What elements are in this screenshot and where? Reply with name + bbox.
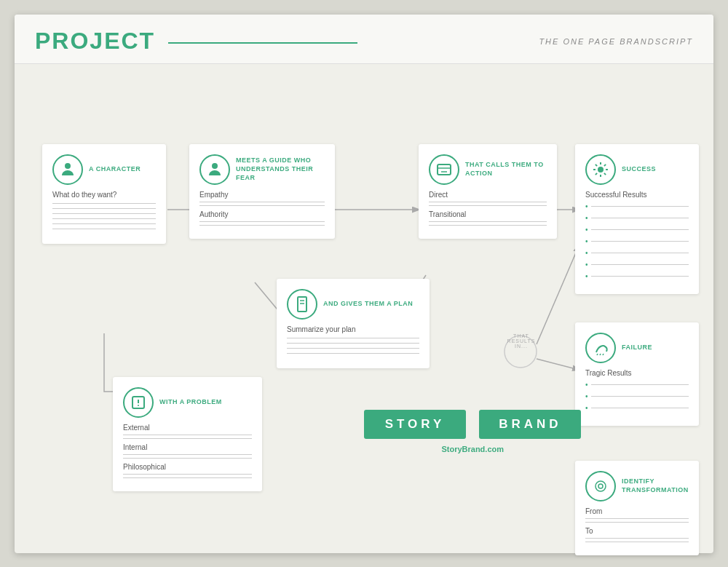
card-plan-header: AND GIVES THEM A PLAN — [287, 289, 419, 320]
plan-book-icon — [293, 296, 311, 313]
failure-bullet-list — [585, 381, 689, 412]
card-success: SUCCESS Successful Results — [575, 144, 699, 294]
rain-icon — [592, 339, 609, 357]
guide-line-4 — [199, 225, 325, 226]
svg-line-11 — [596, 164, 597, 166]
character-field: What do they want? — [52, 191, 156, 199]
character-line-2 — [52, 208, 156, 209]
problem-line-2 — [123, 438, 252, 439]
failure-bullet-3 — [585, 404, 689, 412]
card-cta: THAT CALLS THEM TO ACTION Direct Transit… — [419, 144, 557, 239]
success-bullet-3 — [585, 226, 689, 234]
guide-line-2 — [199, 205, 325, 206]
character-line-5 — [52, 223, 156, 224]
cta-line-2 — [429, 205, 547, 206]
card-plan: AND GIVES THEM A PLAN Summarize your pla… — [277, 279, 430, 368]
card-guide-header: MEETS A GUIDE WHO UNDERSTANDS THEIR FEAR — [199, 154, 325, 185]
card-problem: WITH A PROBLEM External Internal Philoso… — [113, 377, 262, 491]
results-in-label: THATRESULTS IN... — [503, 333, 539, 349]
header-line — [168, 42, 357, 44]
problem-philosophical-label: Philosophical — [123, 463, 252, 471]
failure-icon-circle — [585, 333, 616, 363]
plan-line-1 — [287, 338, 419, 338]
cta-transitional-label: Transitional — [429, 210, 547, 218]
plan-lines — [287, 338, 419, 354]
svg-rect-3 — [438, 164, 451, 175]
failure-bullet-2 — [585, 392, 689, 400]
plan-label: AND GIVES THEM A PLAN — [323, 300, 413, 309]
svg-point-20 — [138, 405, 139, 406]
success-bullet-7 — [585, 272, 689, 280]
svg-line-22 — [600, 354, 601, 355]
problem-external-label: External — [123, 424, 252, 432]
success-bullet-6 — [585, 261, 689, 269]
exclamation-icon — [130, 394, 147, 411]
plan-line-3 — [287, 348, 419, 349]
problem-line-4 — [123, 458, 252, 459]
success-bullet-2 — [585, 214, 689, 222]
success-icon-circle — [585, 154, 616, 185]
card-guide: MEETS A GUIDE WHO UNDERSTANDS THEIR FEAR… — [189, 144, 335, 239]
transform-from-label: From — [585, 507, 689, 515]
card-character-header: A CHARACTER — [52, 154, 156, 185]
guide-authority-label: Authority — [199, 210, 325, 218]
cta-label: THAT CALLS THEM TO ACTION — [465, 161, 547, 178]
card-character: A CHARACTER What do they want? — [42, 144, 166, 244]
cta-line-1 — [429, 202, 547, 202]
storybrand-brand: BRAND — [479, 410, 581, 439]
storybrand-logo: STORY BRAND StoryBrand.com — [364, 406, 581, 453]
svg-line-14 — [604, 164, 606, 166]
transform-line-1 — [585, 518, 689, 519]
cta-line-4 — [429, 225, 547, 226]
problem-label: WITH A PROBLEM — [159, 398, 222, 407]
card-problem-header: WITH A PROBLEM — [123, 387, 252, 418]
character-line-4 — [52, 218, 156, 219]
cta-line-3 — [429, 221, 547, 222]
card-cta-header: THAT CALLS THEM TO ACTION — [429, 154, 547, 185]
transform-label: IDENTIFY TRANSFORMATION — [622, 477, 689, 494]
cta-icon-circle — [429, 154, 459, 185]
transform-line-2 — [585, 522, 689, 523]
success-bullet-4 — [585, 237, 689, 245]
plan-line-2 — [287, 343, 419, 344]
svg-point-2 — [212, 163, 218, 169]
guide-icon-circle — [199, 154, 230, 185]
cta-direct-label: Direct — [429, 191, 547, 199]
svg-rect-15 — [298, 297, 306, 312]
sun-icon — [592, 161, 609, 178]
problem-internal-label: Internal — [123, 443, 252, 451]
character-line-6 — [52, 229, 156, 229]
svg-line-13 — [596, 173, 597, 175]
failure-results-label: Tragic Results — [585, 369, 689, 377]
problem-line-1 — [123, 435, 252, 435]
storybrand-url: StoryBrand.com — [364, 445, 581, 453]
success-bullet-5 — [585, 249, 689, 257]
guide-empathy-label: Empathy — [199, 191, 325, 199]
success-results-label: Successful Results — [585, 191, 689, 199]
transform-line-3 — [585, 538, 689, 539]
transform-icon-circle — [585, 471, 616, 501]
svg-line-12 — [604, 173, 606, 175]
header-left: PROJECT — [35, 28, 357, 55]
svg-line-21 — [597, 354, 598, 355]
canvas: THATRESULTS IN... A CHARACTER What do th… — [15, 64, 713, 553]
problem-line-6 — [123, 477, 252, 478]
character-icon-circle — [52, 154, 83, 185]
fingerprint-icon — [592, 477, 609, 495]
cta-icon — [435, 161, 453, 178]
card-failure-header: FAILURE — [585, 333, 689, 363]
guide-label: MEETS A GUIDE WHO UNDERSTANDS THEIR FEAR — [236, 156, 325, 182]
svg-point-6 — [598, 167, 604, 173]
header-subtitle: THE ONE PAGE BRANDSCRIPT — [539, 37, 693, 46]
problem-line-3 — [123, 454, 252, 455]
plan-icon-circle — [287, 289, 317, 320]
card-success-header: SUCCESS — [585, 154, 689, 185]
success-bullet-1 — [585, 202, 689, 210]
problem-icon-circle — [123, 387, 154, 418]
failure-label: FAILURE — [622, 344, 652, 352]
guide-line-1 — [199, 202, 325, 202]
page-wrapper: PROJECT THE ONE PAGE BRANDSCRIPT — [15, 15, 713, 553]
person-icon — [59, 161, 76, 178]
guide-line-3 — [199, 221, 325, 222]
card-transformation: IDENTIFY TRANSFORMATION From To — [575, 461, 699, 555]
